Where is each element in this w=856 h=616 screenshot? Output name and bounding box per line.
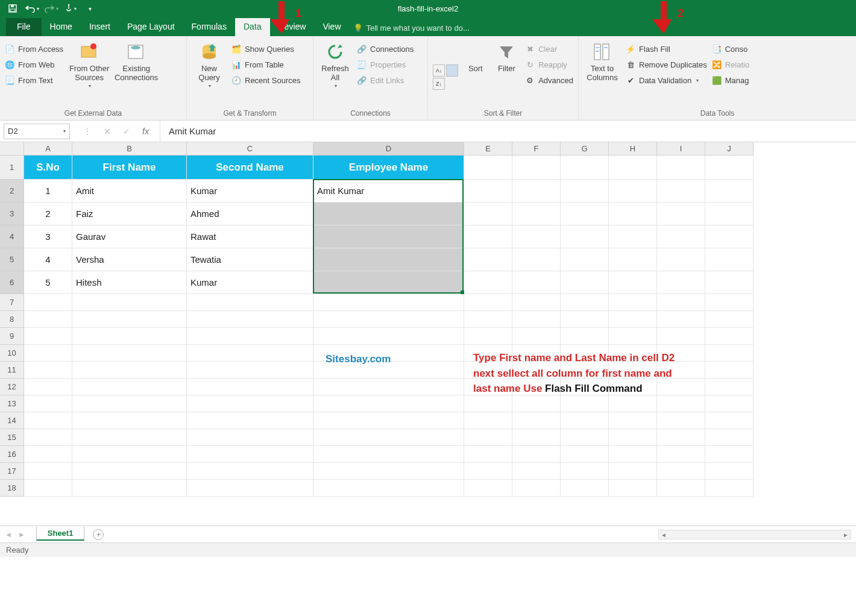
cell[interactable] — [561, 294, 609, 311]
cell[interactable] — [24, 311, 72, 328]
cell[interactable] — [705, 225, 754, 248]
cell[interactable] — [512, 311, 561, 328]
row-header-5[interactable]: 5 — [0, 248, 24, 271]
row-header-14[interactable]: 14 — [0, 412, 24, 429]
cell[interactable] — [561, 328, 609, 345]
table-header[interactable]: Second Name — [187, 156, 313, 180]
cell[interactable] — [464, 480, 512, 497]
cell[interactable] — [464, 248, 512, 271]
cell[interactable] — [561, 156, 609, 180]
reapply-button[interactable]: ↻Reapply — [525, 58, 573, 71]
tab-home[interactable]: Home — [42, 18, 81, 36]
cell[interactable] — [187, 412, 313, 429]
cell[interactable] — [705, 180, 754, 203]
cell[interactable] — [24, 429, 72, 446]
cell[interactable] — [657, 203, 705, 225]
sheet-next-button[interactable]: ► — [18, 530, 25, 539]
cell[interactable] — [609, 446, 657, 463]
cell[interactable] — [657, 271, 705, 294]
advanced-filter-button[interactable]: ⚙Advanced — [525, 74, 573, 87]
cell[interactable] — [561, 203, 609, 225]
cell[interactable] — [313, 271, 464, 294]
relationships-button[interactable]: 🔀Relatio — [712, 58, 749, 71]
cell[interactable] — [657, 395, 705, 412]
cell[interactable] — [561, 480, 609, 497]
recent-sources-button[interactable]: 🕘Recent Sources — [231, 74, 301, 87]
cell[interactable] — [609, 463, 657, 480]
cell[interactable] — [657, 429, 705, 446]
cell[interactable]: Faiz — [72, 203, 187, 225]
cell[interactable] — [609, 248, 657, 271]
cell[interactable] — [313, 225, 464, 248]
cell[interactable] — [187, 311, 313, 328]
cell[interactable] — [313, 446, 464, 463]
cell[interactable] — [464, 203, 512, 225]
column-header-B[interactable]: B — [72, 142, 187, 156]
cell[interactable] — [705, 446, 754, 463]
cell[interactable] — [512, 480, 561, 497]
add-sheet-button[interactable]: + — [93, 529, 104, 540]
cell[interactable] — [512, 156, 561, 180]
cell[interactable] — [187, 362, 313, 379]
cell[interactable]: Kumar — [187, 180, 313, 203]
clear-filter-button[interactable]: ✖Clear — [525, 42, 573, 55]
worksheet-grid[interactable]: ABCDEFGHIJ 123456789101112131415161718 S… — [0, 142, 856, 526]
cell[interactable] — [512, 446, 561, 463]
data-validation-button[interactable]: ✔Data Validation▾ — [626, 74, 707, 87]
cell[interactable] — [464, 311, 512, 328]
cell[interactable] — [657, 328, 705, 345]
cell[interactable] — [313, 294, 464, 311]
cell[interactable] — [561, 180, 609, 203]
cell[interactable] — [561, 248, 609, 271]
new-query-button[interactable]: New Query▾ — [192, 40, 227, 108]
cell[interactable] — [609, 225, 657, 248]
row-header-1[interactable]: 1 — [0, 156, 24, 180]
properties-button[interactable]: 🧾Properties — [357, 58, 414, 71]
cell[interactable] — [512, 463, 561, 480]
cell[interactable]: Amit Kumar — [313, 180, 464, 203]
row-header-2[interactable]: 2 — [0, 180, 24, 203]
cell[interactable] — [512, 429, 561, 446]
cell[interactable] — [705, 248, 754, 271]
cell[interactable] — [609, 203, 657, 225]
row-header-8[interactable]: 8 — [0, 311, 24, 328]
fb-more-icon[interactable]: ⋮ — [83, 127, 92, 136]
cell[interactable] — [657, 446, 705, 463]
row-header-9[interactable]: 9 — [0, 328, 24, 345]
cell[interactable] — [561, 225, 609, 248]
cell[interactable] — [705, 480, 754, 497]
cell[interactable] — [561, 395, 609, 412]
cell[interactable] — [187, 463, 313, 480]
cell[interactable] — [705, 156, 754, 180]
tab-view[interactable]: View — [314, 18, 349, 36]
row-header-7[interactable]: 7 — [0, 294, 24, 311]
cell[interactable]: Rawat — [187, 225, 313, 248]
cell[interactable] — [313, 480, 464, 497]
cell[interactable] — [464, 429, 512, 446]
tab-insert[interactable]: Insert — [81, 18, 119, 36]
table-header[interactable]: Employee Name — [313, 156, 464, 180]
cell[interactable] — [657, 225, 705, 248]
filter-button[interactable]: Filter — [493, 40, 521, 108]
select-all-button[interactable] — [0, 142, 24, 156]
cell[interactable] — [187, 328, 313, 345]
tell-me-search[interactable]: 💡 Tell me what you want to do... — [353, 24, 470, 36]
row-header-13[interactable]: 13 — [0, 395, 24, 412]
cell[interactable]: Tewatia — [187, 248, 313, 271]
row-header-16[interactable]: 16 — [0, 446, 24, 463]
show-queries-button[interactable]: 🗂️Show Queries — [231, 42, 301, 55]
cell[interactable] — [72, 328, 187, 345]
cell[interactable] — [609, 412, 657, 429]
cell[interactable] — [512, 225, 561, 248]
from-access-button[interactable]: 📄From Access — [5, 42, 63, 55]
cell[interactable] — [705, 412, 754, 429]
table-header[interactable]: S.No — [24, 156, 72, 180]
cell[interactable] — [187, 345, 313, 362]
cell[interactable]: Kumar — [187, 271, 313, 294]
qat-overflow-button[interactable]: ▾ — [81, 1, 99, 16]
cell[interactable] — [72, 362, 187, 379]
cell[interactable] — [464, 180, 512, 203]
cell[interactable] — [609, 328, 657, 345]
cell[interactable] — [313, 203, 464, 225]
cell[interactable] — [561, 412, 609, 429]
